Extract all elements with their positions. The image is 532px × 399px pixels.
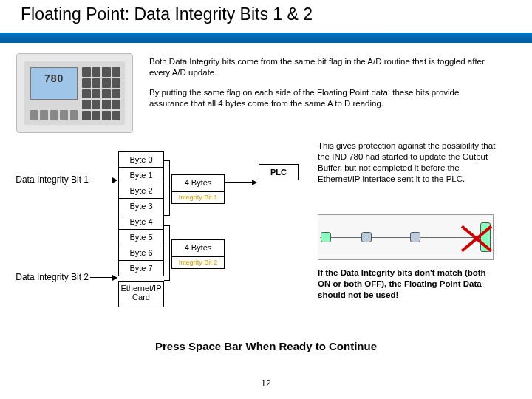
byte-cell: Byte 3 [118,198,164,214]
bracket-icon [164,160,170,216]
group-bytes-label: 4 Bytes [172,175,224,191]
arrow-icon [90,180,117,180]
arrow-icon [225,182,256,183]
device-screen: 780 [30,67,78,100]
side-paragraph-2: If the Data Integrity bits don't match (… [318,267,499,301]
bus-diagram [318,214,494,260]
byte-cell: Byte 0 [118,151,164,168]
byte-cell: Byte 4 [118,214,164,230]
group-1: 4 Bytes Integrity Bit 1 [171,174,225,204]
data-integrity-bit-2-label: Data Integrity Bit 2 [0,272,89,282]
header-accent-bar [0,33,532,43]
byte-cell: Byte 6 [118,245,164,261]
side-paragraph-1: This gives protection against the possib… [318,140,499,185]
group-bytes-label: 4 Bytes [172,240,224,256]
intro-text: Both Data Integrity bits come from the s… [149,56,497,118]
data-integrity-bit-1-label: Data Integrity Bit 1 [0,174,89,185]
continue-prompt: Press Space Bar When Ready to Continue [0,340,532,352]
cross-out-icon [457,218,496,256]
device-softkeys [30,110,78,120]
plc-label: PLC [259,164,299,180]
intro-paragraph-2: By putting the same flag on each side of… [149,87,497,109]
device-keypad [82,67,120,120]
byte-cell: Byte 7 [118,260,164,276]
byte-cell: Byte 2 [118,183,164,199]
byte-cell: Byte 1 [118,167,164,183]
page-title: Floating Point: Data Integrity Bits 1 & … [21,4,519,27]
bracket-icon [164,225,170,281]
intro-paragraph-1: Both Data Integrity bits come from the s… [149,56,497,78]
byte-column: Byte 0 Byte 1 Byte 2 Byte 3 Byte 4 Byte … [118,152,164,307]
device-illustration: 780 [16,53,133,133]
group-2: 4 Bytes Integrity Bit 2 [171,239,225,269]
page-number: 12 [0,378,532,389]
arrow-icon [90,277,117,278]
slide-header: Floating Point: Data Integrity Bits 1 & … [0,0,532,43]
integrity-bit-2-label: Integrity Bit 2 [172,256,224,268]
integrity-bit-1-label: Integrity Bit 1 [172,191,224,203]
ethernet-ip-card-label: Ethernet/IP Card [118,281,164,307]
byte-cell: Byte 5 [118,229,164,245]
